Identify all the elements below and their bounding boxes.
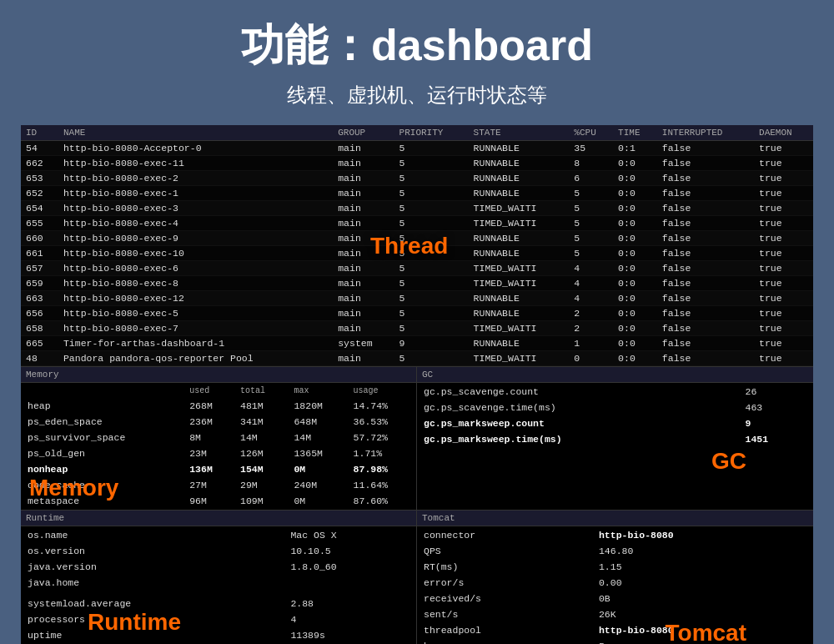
col-priority: PRIORITY xyxy=(394,125,469,141)
memory-header: Memory xyxy=(21,366,416,383)
tomcat-table: connectorhttp-bio-8080QPS146.80RT(ms)1.1… xyxy=(417,526,813,644)
table-row: 656 http-bio-8080-exec-5 main 5 RUNNABLE… xyxy=(21,306,813,321)
table-row: 658 http-bio-8080-exec-7 main 5 TIMED_WA… xyxy=(21,321,813,336)
memory-col-headers: usedtotalmaxusage xyxy=(23,385,414,397)
page-subtitle: 线程、虚拟机、运行时状态等 xyxy=(287,82,547,108)
table-row: 665 Timer-for-arthas-dashboard-1 system … xyxy=(21,336,813,351)
tomcat-section: Tomcat connectorhttp-bio-8080QPS146.80RT… xyxy=(417,510,813,644)
col-daemon: DAEMON xyxy=(754,125,813,141)
list-item: ps_eden_space 236M 341M 648M 36.53% xyxy=(23,415,414,429)
memory-section: Memory usedtotalmaxusage heap 268M 481M … xyxy=(21,366,417,510)
table-row: 657 http-bio-8080-exec-6 main 5 TIMED_WA… xyxy=(21,261,813,276)
table-row: 654 http-bio-8080-exec-3 main 5 TIMED_WA… xyxy=(21,201,813,216)
table-row: 663 http-bio-8080-exec-12 main 5 RUNNABL… xyxy=(21,291,813,306)
runtime-tomcat-row: Runtime os.nameMac OS Xos.version10.10.5… xyxy=(21,510,813,644)
memory-gc-row: Memory usedtotalmaxusage heap 268M 481M … xyxy=(21,366,813,510)
col-name: NAME xyxy=(58,125,333,141)
col-time: TIME xyxy=(613,125,657,141)
thread-table-header: ID NAME GROUP PRIORITY STATE %CPU TIME I… xyxy=(21,125,813,141)
list-item: os.nameMac OS X xyxy=(23,528,414,542)
list-item: busy5 xyxy=(419,639,811,644)
thread-section: ID NAME GROUP PRIORITY STATE %CPU TIME I… xyxy=(21,125,813,366)
list-item: sent/s26K xyxy=(419,607,811,621)
list-item: RT(ms)1.15 xyxy=(419,560,811,574)
page-title: 功能：dashboard xyxy=(241,17,593,75)
table-row: 661 http-bio-8080-exec-10 main 5 RUNNABL… xyxy=(21,246,813,261)
list-item: gc.ps_scavenge.count26 xyxy=(419,385,811,399)
table-row: 54 http-bio-8080-Acceptor-0 main 5 RUNNA… xyxy=(21,141,813,156)
list-item: heap 268M 481M 1820M 14.74% xyxy=(23,399,414,413)
list-item: gc.ps_marksweep.count9 xyxy=(419,416,811,430)
list-item xyxy=(23,591,414,595)
table-row: 48 Pandora pandora-qos-reporter Pool mai… xyxy=(21,351,813,366)
list-item: nonheap 136M 154M 0M 87.98% xyxy=(23,462,414,476)
list-item: code_cache 27M 29M 240M 11.64% xyxy=(23,478,414,492)
table-row: 655 http-bio-8080-exec-4 main 5 TIMED_WA… xyxy=(21,216,813,231)
gc-header: GC xyxy=(417,366,813,383)
runtime-section: Runtime os.nameMac OS Xos.version10.10.5… xyxy=(21,510,417,644)
list-item: ps_survivor_space 8M 14M 14M 57.72% xyxy=(23,430,414,445)
col-id: ID xyxy=(21,125,58,141)
list-item: threadpoolhttp-bio-8080 xyxy=(419,623,811,637)
table-row: 662 http-bio-8080-exec-11 main 5 RUNNABL… xyxy=(21,156,813,171)
list-item: connectorhttp-bio-8080 xyxy=(419,528,811,542)
list-item: java.home xyxy=(23,576,414,590)
col-group: GROUP xyxy=(333,125,394,141)
table-row: 653 http-bio-8080-exec-2 main 5 RUNNABLE… xyxy=(21,171,813,186)
list-item: processors4 xyxy=(23,612,414,626)
runtime-header: Runtime xyxy=(21,510,416,526)
list-item: java.version1.8.0_60 xyxy=(23,560,414,574)
list-item: error/s0.00 xyxy=(419,576,811,590)
table-row: 659 http-bio-8080-exec-8 main 5 TIMED_WA… xyxy=(21,276,813,291)
list-item: gc.ps_marksweep.time(ms)1451 xyxy=(419,432,811,446)
gc-label: GC xyxy=(711,448,746,474)
col-cpu: %CPU xyxy=(569,125,613,141)
table-row: 652 http-bio-8080-exec-1 main 5 RUNNABLE… xyxy=(21,186,813,201)
gc-section: GC gc.ps_scavenge.count26gc.ps_scavenge.… xyxy=(417,366,813,510)
list-item: gc.ps_scavenge.time(ms)463 xyxy=(419,400,811,415)
dashboard-panel: ID NAME GROUP PRIORITY STATE %CPU TIME I… xyxy=(21,125,813,644)
list-item: received/s0B xyxy=(419,591,811,606)
list-item: QPS146.80 xyxy=(419,544,811,558)
list-item: ps_old_gen 23M 126M 1365M 1.71% xyxy=(23,446,414,460)
tomcat-header: Tomcat xyxy=(417,510,813,526)
list-item: systemload.average2.88 xyxy=(23,596,414,611)
table-row: 660 http-bio-8080-exec-9 main 5 RUNNABLE… xyxy=(21,231,813,246)
thread-table: ID NAME GROUP PRIORITY STATE %CPU TIME I… xyxy=(21,125,813,366)
runtime-table: os.nameMac OS Xos.version10.10.5java.ver… xyxy=(21,526,416,644)
col-interrupted: INTERRUPTED xyxy=(657,125,754,141)
list-item: uptime11389s xyxy=(23,628,414,642)
list-item: os.version10.10.5 xyxy=(23,544,414,558)
list-item: metaspace 96M 109M 0M 87.60% xyxy=(23,494,414,508)
memory-table: usedtotalmaxusage heap 268M 481M 1820M 1… xyxy=(21,383,416,510)
col-state: STATE xyxy=(469,125,570,141)
gc-table: gc.ps_scavenge.count26gc.ps_scavenge.tim… xyxy=(417,383,813,448)
